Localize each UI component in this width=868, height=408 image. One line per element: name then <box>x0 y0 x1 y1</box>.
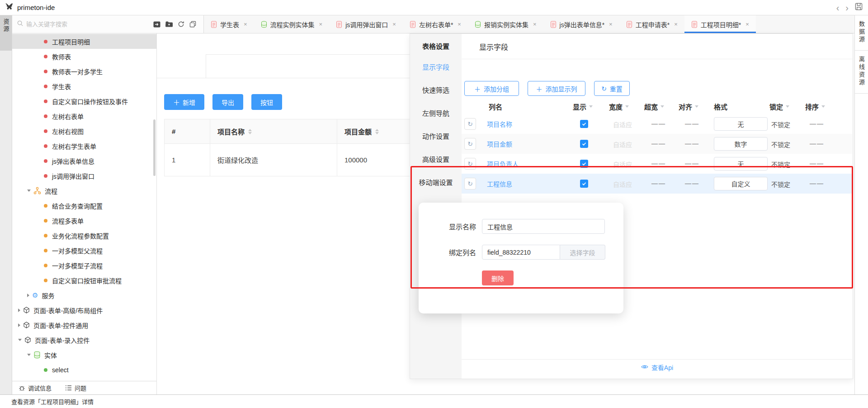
width-value[interactable]: 自适应 <box>602 160 643 169</box>
editor-tab[interactable]: js弹出表单信息*× <box>543 15 619 33</box>
settings-nav-item[interactable]: 移动端设置 <box>410 177 462 187</box>
tree-item[interactable]: 左树右表单 <box>12 109 156 123</box>
column-name-link[interactable]: 项目负责人 <box>487 159 519 168</box>
columns-header[interactable]: 显示 <box>573 102 593 111</box>
visible-checkbox[interactable] <box>580 180 588 188</box>
preview-button[interactable]: 导出 <box>212 94 243 110</box>
sort-value[interactable]: —— <box>803 160 830 167</box>
settings-nav-item[interactable]: 左侧导航 <box>410 108 462 118</box>
caret-right-icon[interactable] <box>18 323 20 327</box>
column-name-link[interactable]: 项目金额 <box>487 139 512 148</box>
settings-nav-item[interactable]: 动作设置 <box>410 131 462 141</box>
settings-nav-item[interactable]: 高级设置 <box>410 154 462 164</box>
row-refresh-icon[interactable]: ↻ <box>464 158 476 170</box>
columns-header[interactable]: 宽度 <box>609 102 629 111</box>
sort-carets-icon[interactable] <box>248 129 252 134</box>
tree-item[interactable]: 流程 <box>12 183 156 198</box>
filter-caret-icon[interactable] <box>786 105 789 108</box>
caret-right-icon[interactable] <box>27 294 29 297</box>
lock-value[interactable]: 不锁定 <box>771 160 790 169</box>
view-api-link[interactable]: 查看Api <box>462 363 853 372</box>
filter-caret-icon[interactable] <box>821 105 825 108</box>
caret-down-icon[interactable] <box>27 190 31 192</box>
close-icon[interactable]: × <box>674 21 678 28</box>
align-value[interactable]: —— <box>672 180 712 187</box>
tree-item[interactable]: ⚙服务 <box>12 288 156 303</box>
close-icon[interactable]: × <box>745 21 749 28</box>
columns-header[interactable]: 超宽 <box>644 102 664 111</box>
visible-checkbox[interactable] <box>580 160 588 168</box>
editor-tab[interactable]: 工程申请表*× <box>619 15 684 33</box>
tree-item[interactable]: js弹出表单信息 <box>12 153 156 168</box>
close-icon[interactable]: × <box>319 21 323 28</box>
close-icon[interactable]: × <box>392 21 396 28</box>
column-config-row[interactable]: ↻项目名称自适应————无不锁定—— <box>462 114 852 134</box>
editor-tab[interactable]: 报销实例实体集× <box>468 15 543 33</box>
tree-item[interactable]: 一对多模型子流程 <box>12 258 156 273</box>
column-config-row[interactable]: ↻项目负责人自适应————无不锁定—— <box>462 154 852 174</box>
lock-value[interactable]: 不锁定 <box>771 180 790 189</box>
sort-value[interactable]: —— <box>803 120 830 127</box>
tree-item[interactable]: 左树右视图 <box>12 123 156 138</box>
column-name-link[interactable]: 工程信息 <box>487 179 512 188</box>
caret-down-icon[interactable] <box>27 354 31 356</box>
tree-item[interactable]: 工程项目明细 <box>12 34 156 49</box>
editor-tab[interactable]: js调用弹出窗口× <box>329 15 403 33</box>
tree-item[interactable]: select <box>12 362 156 377</box>
caret-right-icon[interactable] <box>18 308 20 312</box>
row-refresh-icon[interactable]: ↻ <box>464 118 476 130</box>
align-value[interactable]: —— <box>672 160 712 167</box>
row-refresh-icon[interactable]: ↻ <box>464 178 476 190</box>
grid-data-row[interactable]: 1街道绿化改造100000 <box>164 144 411 176</box>
sidebar-scrollbar[interactable] <box>153 119 156 176</box>
tree-item[interactable]: 流程多表单 <box>12 213 156 228</box>
activity-tab-resources[interactable]: 资源 <box>0 15 12 51</box>
close-icon[interactable]: × <box>458 21 461 28</box>
editor-tab[interactable]: 流程实例实体集× <box>254 15 330 33</box>
format-select[interactable]: 无 <box>714 157 768 171</box>
tree-item[interactable]: 一对多模型父流程 <box>12 243 156 258</box>
filter-caret-icon[interactable] <box>660 105 664 108</box>
tree-item[interactable]: 结合业务查询配置 <box>12 198 156 213</box>
bottom-tab[interactable]: 问题 <box>65 384 86 392</box>
panel-toolbar-button[interactable]: ＋添加分组 <box>464 81 519 96</box>
bind-column-input[interactable] <box>482 245 560 260</box>
panel-toolbar-button[interactable]: ↻重置 <box>594 81 630 96</box>
column-config-row[interactable]: ↻项目金额自适应————数字不锁定—— <box>462 134 852 154</box>
collapse-editors-icon[interactable] <box>189 21 196 28</box>
column-name-link[interactable]: 项目名称 <box>487 119 512 128</box>
filter-caret-icon[interactable] <box>625 105 629 108</box>
tree-item[interactable]: 自定义窗口按钮审批流程 <box>12 273 156 288</box>
import-resource-icon[interactable] <box>153 21 160 28</box>
preview-button[interactable]: 按钮 <box>251 94 282 110</box>
align-value[interactable]: —— <box>672 140 712 147</box>
sort-value[interactable]: —— <box>803 180 830 187</box>
right-bar-tab[interactable]: 离线资源 <box>855 51 868 94</box>
filter-caret-icon[interactable] <box>695 105 698 108</box>
editor-tab[interactable]: 学生表× <box>204 15 254 33</box>
align-value[interactable]: —— <box>672 120 712 127</box>
search-input[interactable] <box>26 21 99 28</box>
width-value[interactable]: 自适应 <box>602 180 643 189</box>
columns-header[interactable]: 对齐 <box>679 102 698 111</box>
tree-item[interactable]: 教师表 <box>12 49 156 64</box>
preview-button[interactable]: ＋新增 <box>164 94 204 110</box>
delete-column-button[interactable]: 删除 <box>482 270 514 285</box>
columns-header[interactable]: 锁定 <box>769 102 789 111</box>
visible-checkbox[interactable] <box>580 120 588 128</box>
caret-down-icon[interactable] <box>18 339 22 341</box>
format-select[interactable]: 数字 <box>714 137 768 151</box>
refresh-icon[interactable] <box>178 21 184 28</box>
visible-checkbox[interactable] <box>580 140 588 148</box>
editor-tab[interactable]: 左树右表单*× <box>403 15 468 33</box>
save-icon[interactable] <box>855 3 863 12</box>
width-value[interactable]: 自适应 <box>602 140 643 149</box>
panel-toolbar-button[interactable]: ＋添加显示列 <box>528 81 585 96</box>
tree-item[interactable]: js调用弹出窗口 <box>12 168 156 183</box>
tree-item[interactable]: 页面-表单-控件通用 <box>12 318 156 332</box>
new-folder-icon[interactable] <box>165 21 173 27</box>
display-name-input[interactable] <box>482 219 605 234</box>
tree-item[interactable]: 教师表一对多学生 <box>12 64 156 79</box>
editor-tab[interactable]: 工程项目明细*× <box>684 15 756 33</box>
tree-item[interactable]: 自定义窗口操作按钮及事件 <box>12 94 156 109</box>
